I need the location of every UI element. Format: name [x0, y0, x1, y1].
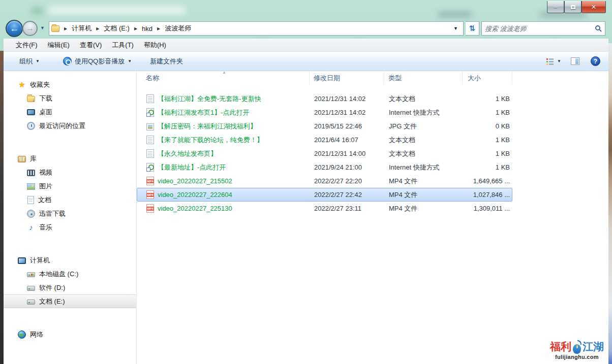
menu-tools[interactable]: 工具(T) — [107, 39, 139, 51]
play-qq-label: 使用QQ影音播放 — [75, 57, 125, 66]
menu-bar: 文件(F) 编辑(E) 查看(V) 工具(T) 帮助(H) — [4, 39, 608, 52]
file-date: 2022/2/27 23:11 — [310, 205, 385, 212]
mp4-file-icon: MP4 — [146, 204, 154, 213]
play-with-qqplayer-button[interactable]: 使用QQ影音播放 ▼ — [58, 54, 136, 69]
breadcrumb-hkd[interactable]: hkd — [141, 24, 154, 34]
breadcrumb-drive-e[interactable]: 文档 (E:) — [103, 23, 131, 34]
address-bar[interactable]: ▶ 计算机 ▶ 文档 (E:) ▶ hkd ▶ 波波老师 ▼ — [49, 21, 464, 36]
file-date: 2021/12/31 14:00 — [310, 150, 385, 157]
window-right-border — [608, 43, 612, 364]
sidebar-item-thunder-downloads[interactable]: 迅雷下载 — [4, 207, 136, 220]
sidebar-section-libraries[interactable]: 库 — [4, 152, 136, 166]
file-name: 【来了就能下载的论坛，纯免费！】 — [158, 136, 263, 145]
file-type: MP4 文件 — [385, 204, 463, 213]
navigation-bar: ← → ▼ ▶ 计算机 ▶ 文档 (E:) ▶ hkd ▶ 波波老师 ▼ ⇅ — [0, 20, 612, 37]
file-size: 1,027,846 ... — [463, 191, 510, 198]
search-icon[interactable] — [595, 25, 602, 32]
maximize-button[interactable] — [564, 1, 582, 13]
table-row[interactable]: 【来了就能下载的论坛，纯免费！】 2021/6/4 16:07 文本文档 1 K… — [137, 133, 512, 147]
file-name: 【福利江湖】全免费-无套路-更新快 — [158, 94, 261, 104]
back-button[interactable]: ← — [6, 20, 23, 37]
history-dropdown-icon[interactable]: ▼ — [40, 25, 45, 30]
table-row-selected[interactable]: MP4 video_20220227_222604 2022/2/27 22:4… — [137, 188, 512, 202]
sidebar-section-network[interactable]: 网络 — [4, 327, 136, 341]
sidebar-item-recent-places[interactable]: 最近访问的位置 — [4, 119, 136, 133]
qqplayer-icon — [63, 57, 72, 65]
forward-button[interactable]: → — [22, 21, 38, 36]
file-size: 1 KB — [463, 163, 510, 171]
table-row[interactable]: 【永久地址发布页】 2021/12/31 14:00 文本文档 1 KB — [137, 147, 512, 160]
drive-e-icon — [27, 300, 35, 305]
help-icon: ? — [594, 58, 597, 65]
mp4-file-icon: MP4 — [146, 177, 154, 185]
preview-pane-button[interactable] — [571, 57, 579, 65]
breadcrumb-separator-icon: ▶ — [157, 26, 160, 31]
file-date: 2019/5/15 22:46 — [310, 122, 385, 130]
menu-view[interactable]: 查看(V) — [75, 39, 107, 51]
column-header-type[interactable]: 类型 — [384, 71, 463, 85]
views-icon — [546, 58, 554, 65]
back-arrow-icon: ← — [10, 23, 19, 34]
sidebar-section-computer[interactable]: 计算机 — [4, 253, 136, 267]
explorer-content: ★ 收藏夹 下载 桌面 最近访问的位置 库 视频 图片 — [4, 71, 608, 364]
sidebar-section-favorites[interactable]: ★ 收藏夹 — [4, 78, 136, 91]
sidebar-label: 最近访问的位置 — [39, 121, 85, 130]
sidebar-item-downloads[interactable]: 下载 — [4, 91, 136, 105]
music-icon: ♪ — [27, 223, 35, 231]
sidebar-item-drive-c[interactable]: 本地磁盘 (C:) — [4, 267, 136, 281]
address-dropdown-icon[interactable]: ▼ — [450, 24, 461, 33]
file-size: 1,309,011 ... — [463, 205, 510, 212]
column-header-date[interactable]: 修改日期 — [310, 71, 384, 85]
sidebar-label: 计算机 — [30, 256, 50, 265]
breadcrumb-computer[interactable]: 计算机 — [71, 23, 93, 34]
file-date: 2021/12/31 14:02 — [310, 109, 385, 116]
sidebar-item-drive-d[interactable]: 软件 (D:) — [4, 281, 136, 294]
file-size: 0 KB — [463, 122, 510, 130]
jpg-file-icon — [146, 123, 154, 130]
table-row[interactable]: 【福利江湖】全免费-无套路-更新快 2021/12/31 14:02 文本文档 … — [137, 92, 512, 106]
file-name: 【福利江湖发布页1】-点此打开 — [158, 108, 250, 117]
sidebar-item-pictures[interactable]: 图片 — [4, 179, 136, 193]
libraries-icon — [18, 156, 26, 162]
breadcrumb-separator-icon: ▶ — [64, 26, 67, 31]
table-row[interactable]: 【最新地址】-点此打开 2021/9/24 21:00 Internet 快捷方… — [137, 160, 512, 174]
change-view-button[interactable]: ▼ — [542, 55, 565, 68]
help-button[interactable]: ? — [591, 56, 600, 66]
breadcrumb-current-folder[interactable]: 波波老师 — [164, 23, 192, 34]
breadcrumb-separator-icon: ▶ — [134, 26, 137, 31]
sidebar-item-music[interactable]: ♪ 音乐 — [4, 220, 136, 234]
table-row[interactable]: 【解压密码：来福利江湖找福利】 2019/5/15 22:46 JPG 文件 0… — [137, 119, 512, 133]
table-row[interactable]: 【福利江湖发布页1】-点此打开 2021/12/31 14:02 Interne… — [137, 106, 512, 119]
minimize-button[interactable]: – — [547, 1, 564, 13]
table-row[interactable]: MP4 video_20220227_215502 2022/2/27 22:2… — [137, 174, 512, 188]
file-size: 1,649,665 ... — [463, 177, 510, 185]
videos-icon — [27, 170, 35, 176]
menu-file[interactable]: 文件(F) — [11, 39, 43, 51]
logo-text-fuli: 福利 — [550, 340, 571, 354]
sidebar-item-documents[interactable]: 文档 — [4, 193, 136, 207]
sidebar-item-desktop[interactable]: 桌面 — [4, 105, 136, 119]
refresh-button[interactable]: ⇅ — [466, 21, 479, 36]
recent-places-icon — [27, 122, 35, 130]
file-name: video_20220227_222604 — [158, 191, 232, 198]
sort-ascending-icon: ▲ — [222, 70, 226, 75]
mouse-icon — [572, 341, 582, 354]
column-header-size[interactable]: 大小 — [463, 71, 512, 85]
sidebar-label: 软件 (D:) — [39, 283, 65, 292]
menu-help[interactable]: 帮助(H) — [139, 39, 171, 51]
table-row[interactable]: MP4 video_20220227_225130 2022/2/27 23:1… — [137, 202, 512, 215]
sidebar-item-videos[interactable]: 视频 — [4, 166, 136, 179]
search-input[interactable] — [485, 25, 595, 32]
file-date: 2021/12/31 14:02 — [310, 95, 385, 103]
close-button[interactable]: ✕ — [582, 1, 606, 13]
network-globe-icon — [18, 330, 26, 339]
sidebar-label: 文档 — [38, 195, 51, 205]
thunder-downloads-icon — [27, 210, 35, 218]
menu-edit[interactable]: 编辑(E) — [43, 39, 75, 51]
file-name: 【永久地址发布页】 — [158, 149, 217, 158]
organize-button[interactable]: 组织 ▼ — [15, 54, 44, 69]
new-folder-button[interactable]: 新建文件夹 — [145, 54, 188, 69]
sidebar-item-drive-e[interactable]: 文档 (E:) — [4, 294, 136, 308]
file-rows: 【福利江湖】全免费-无套路-更新快 2021/12/31 14:02 文本文档 … — [137, 85, 608, 215]
file-size: 1 KB — [463, 109, 510, 116]
